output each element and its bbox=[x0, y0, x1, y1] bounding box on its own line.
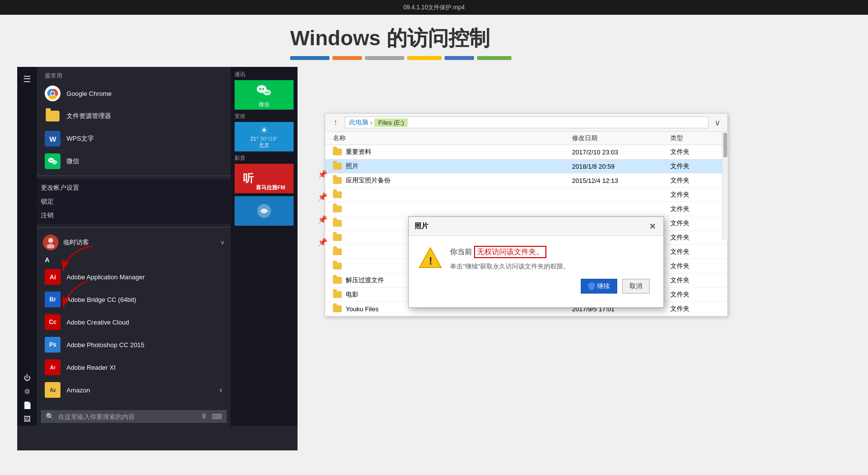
sm-divider2 bbox=[37, 227, 231, 228]
sm-horizontal-layout: ☰ ⏻ ⚙ 📄 🖼 最常用 bbox=[17, 67, 298, 426]
bar-blue bbox=[290, 56, 329, 60]
mic-icon: 🎙 bbox=[201, 413, 208, 420]
svg-point-7 bbox=[52, 160, 53, 161]
scrollbar[interactable] bbox=[722, 132, 728, 240]
continue-button[interactable]: 继续 bbox=[581, 279, 617, 294]
chrome-icon bbox=[45, 86, 60, 101]
breadcrumb-sep: › bbox=[370, 119, 372, 126]
sm-option-lock[interactable]: 锁定 bbox=[37, 195, 231, 208]
folder-icon bbox=[333, 177, 342, 184]
folder-icon bbox=[333, 148, 342, 155]
address-bar: ↑ 此电脑 › Files (E:) ∨ bbox=[325, 114, 727, 132]
video-filename: 09.4.1.10文件保护.mp4 bbox=[403, 3, 465, 12]
bottom-icon-settings[interactable]: ⚙ bbox=[21, 385, 33, 398]
slide-title: Windows 的访问控制 bbox=[290, 25, 853, 52]
pin-icon3[interactable]: 📌 bbox=[316, 212, 329, 226]
sm-app-chrome[interactable]: Google Chrome bbox=[37, 82, 231, 105]
dialog-title: 照片 bbox=[415, 222, 428, 231]
sm-user-row[interactable]: 临时访客 ∨ bbox=[37, 231, 231, 254]
sm-tile-wechat[interactable]: 微信 bbox=[235, 80, 294, 110]
folder-icon bbox=[333, 305, 342, 312]
svg-text:!: ! bbox=[429, 255, 432, 267]
dialog-box: 照片 ✕ ! 你当前 无权访问该文件夹。 单击"继续"获取永久访问该文件夹的权限… bbox=[408, 216, 664, 308]
up-button[interactable]: ↑ bbox=[330, 117, 341, 128]
bottom-icon-docs[interactable]: 📄 bbox=[20, 398, 34, 412]
folder-icon bbox=[333, 291, 342, 298]
pin-icon2[interactable]: 📌 bbox=[316, 190, 329, 204]
sm-tile-other[interactable] bbox=[235, 196, 294, 226]
svg-point-18 bbox=[268, 91, 269, 93]
amazon-expand[interactable]: ∨ bbox=[219, 387, 223, 393]
search-input[interactable] bbox=[58, 413, 197, 420]
start-menu: ☰ ⏻ ⚙ 📄 🖼 最常用 bbox=[17, 67, 298, 450]
dialog-body: ! 你当前 无权访问该文件夹。 单击"继续"获取永久访问该文件夹的权限。 继续 … bbox=[409, 236, 663, 307]
bar-gray bbox=[365, 56, 404, 60]
sm-app-files[interactable]: 文件资源管理器 bbox=[37, 105, 231, 127]
svg-point-17 bbox=[265, 91, 267, 93]
sm-app-adobe-bridge[interactable]: Br Adobe Bridge CC (64bit) bbox=[37, 288, 231, 311]
sm-tile-weather[interactable]: ☀ 21° 30°/18° 北京 bbox=[235, 122, 294, 151]
pin-icon[interactable]: 📌 bbox=[316, 167, 329, 181]
dialog-close-button[interactable]: ✕ bbox=[647, 221, 658, 232]
sm-app-wps[interactable]: W WPS文字 bbox=[37, 127, 231, 150]
svg-point-8 bbox=[52, 160, 57, 164]
sm-section-comm: 通讯 bbox=[235, 71, 294, 78]
hamburger-icon[interactable]: ☰ bbox=[19, 71, 35, 88]
sm-option-account[interactable]: 更改帐户设置 bbox=[37, 181, 231, 195]
pin-icon4[interactable]: 📌 bbox=[316, 235, 329, 249]
dialog-main-text: 你当前 无权访问该文件夹。 bbox=[450, 246, 569, 258]
table-row[interactable]: 文件夹 bbox=[325, 202, 727, 216]
sm-right-panel: 通讯 微信 安排 ☀ 21° 30°/18° 北京 影音 bbox=[231, 67, 298, 426]
folder-icon bbox=[333, 263, 342, 269]
col-name: 名称 bbox=[333, 134, 572, 143]
sm-option-signout[interactable]: 注销 bbox=[37, 208, 231, 222]
sm-app-adobe-mgr[interactable]: Ai Adobe Application Manager bbox=[37, 266, 231, 288]
photoshop-icon: Ps bbox=[45, 337, 60, 353]
breadcrumb-current[interactable]: Files (E:) bbox=[374, 119, 408, 127]
breadcrumb-pc[interactable]: 此电脑 bbox=[349, 118, 368, 127]
folder-icon bbox=[333, 206, 342, 212]
sm-app-photoshop[interactable]: Ps Adobe Photoshop CC 2015 bbox=[37, 333, 231, 356]
wechat-tile-label: 微信 bbox=[259, 101, 269, 108]
table-row-selected[interactable]: 照片 2018/1/8 20:59 文件夹 bbox=[325, 159, 727, 174]
sm-search-bar[interactable]: 🔍 🎙 ⌨ bbox=[41, 410, 227, 423]
user-name: 临时访客 bbox=[63, 238, 89, 247]
svg-point-15 bbox=[262, 88, 264, 90]
folder-icon bbox=[333, 191, 342, 198]
table-header: 名称 修改日期 类型 bbox=[325, 132, 727, 145]
warning-icon: ! bbox=[419, 246, 442, 269]
photoshop-label: Adobe Photoshop CC 2015 bbox=[66, 341, 144, 349]
sm-app-adobe-cc[interactable]: Cc Adobe Creative Cloud bbox=[37, 311, 231, 333]
user-options-area: 更改帐户设置 锁定 注销 bbox=[37, 179, 231, 224]
cancel-button[interactable]: 取消 bbox=[622, 279, 650, 294]
breadcrumb[interactable]: 此电脑 › Files (E:) bbox=[345, 117, 709, 128]
sm-left-strip: ☰ ⏻ ⚙ 📄 🖼 bbox=[17, 67, 37, 426]
sm-app-reader[interactable]: Ar Adobe Reader XI bbox=[37, 356, 231, 379]
sm-tile-music[interactable]: 听 喜马拉雅FM bbox=[235, 164, 294, 193]
sm-divider bbox=[37, 176, 231, 176]
table-row[interactable]: 重要资料 2017/2/10 23:03 文件夹 bbox=[325, 145, 727, 159]
dialog-highlighted-text: 无权访问该文件夹。 bbox=[474, 246, 546, 258]
table-row[interactable]: 文件夹 bbox=[325, 188, 727, 202]
adobe-mgr-icon: Ai bbox=[45, 269, 60, 285]
amazon-label: Amazon bbox=[66, 386, 90, 394]
bottom-icon-power[interactable]: ⏻ bbox=[21, 371, 33, 385]
folder-icon bbox=[333, 163, 342, 170]
bar-blue2 bbox=[445, 56, 474, 60]
table-row[interactable]: 应用宝照片备份 2015/12/4 12:13 文件夹 bbox=[325, 174, 727, 188]
sm-left-panel: 最常用 Google Chrome bbox=[37, 67, 231, 426]
expand-user-icon[interactable]: ∨ bbox=[220, 239, 225, 246]
svg-point-10 bbox=[55, 162, 56, 163]
adobe-cc-icon: Cc bbox=[45, 314, 60, 330]
col-date: 修改日期 bbox=[572, 134, 670, 143]
dialog-titlebar: 照片 ✕ bbox=[409, 217, 663, 236]
sm-app-amazon[interactable]: Az Amazon ∨ bbox=[37, 379, 231, 401]
bottom-icon-photos[interactable]: 🖼 bbox=[21, 412, 33, 426]
expand-button[interactable]: ∨ bbox=[713, 118, 722, 127]
dialog-sub-text: 单击"继续"获取永久访问该文件夹的权限。 bbox=[450, 262, 569, 271]
sm-section-most-used: 最常用 bbox=[37, 67, 231, 82]
svg-point-4 bbox=[51, 92, 55, 95]
sm-app-wechat[interactable]: 微信 bbox=[37, 150, 231, 173]
col-type: 类型 bbox=[670, 134, 719, 143]
folder-icon bbox=[333, 234, 342, 241]
